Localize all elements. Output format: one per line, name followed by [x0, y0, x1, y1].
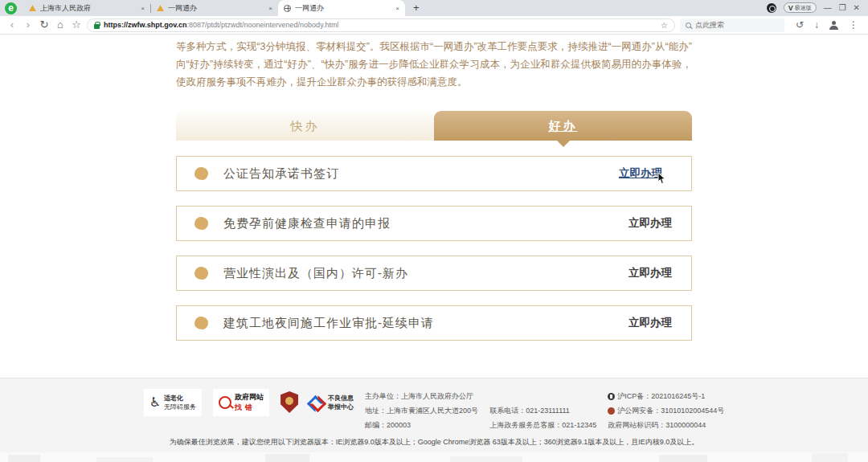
undo-icon[interactable]: ↺ — [796, 20, 804, 30]
footer-registration-column: 沪ICP备：2021016245号-1 沪公网安备：31010102004544… — [608, 389, 724, 432]
footer-org: 主办单位：上海市人民政府办公厅 — [365, 389, 478, 403]
tab-close-icon[interactable]: × — [141, 5, 145, 12]
list-item[interactable]: 公证告知承诺书签订 立即办理 — [176, 156, 692, 191]
browser-tab-bar: e 上海市人民政府 × 一网通办 × 一网通办 × + V 极速版 — ❐ ✕ — [0, 0, 868, 16]
red-magnifier-icon — [219, 396, 231, 409]
bullet-blob-icon — [194, 167, 208, 180]
tab-haoban[interactable]: 好办 — [434, 111, 692, 141]
service-title: 建筑工地夜间施工作业审批-延续申请 — [223, 316, 434, 331]
mouse-cursor-icon — [657, 173, 667, 185]
bullet-blob-icon — [194, 267, 208, 280]
close-button[interactable]: ✕ — [854, 4, 860, 12]
report-line1: 不良信息 — [328, 394, 354, 403]
browser-version-badge[interactable]: V 极速版 — [784, 2, 817, 13]
minimize-button[interactable]: — — [824, 4, 832, 12]
tab-title: 一网通办 — [295, 3, 392, 14]
search-input[interactable] — [695, 21, 768, 29]
report-center-diamond-icon — [309, 395, 324, 410]
download-icon[interactable]: ↓ — [814, 20, 819, 30]
browser-toolbar: ‹ › ↻ ⌂ ☆ https://zwfw.shpt.gov.cn:8087/… — [0, 16, 868, 35]
search-icon — [686, 22, 691, 28]
footer-site-code: 政府网站标识码：3100000044 — [608, 418, 706, 432]
bullet-blob-icon — [194, 217, 208, 230]
footer-hotline: 上海政务服务总客服：021-12345 — [489, 418, 596, 432]
browser-tab-yiwangtongban-active[interactable]: 一网通办 × — [278, 0, 405, 16]
site-error-line1: 政府网站 — [235, 392, 264, 403]
footer-org-column: 主办单位：上海市人民政府办公厅 地址：上海市黄浦区人民大道200号 邮编：200… — [365, 389, 478, 432]
list-item[interactable]: 建筑工地夜间施工作业审批-延续申请 立即办理 — [176, 305, 692, 341]
webpage-viewport: 等多种方式，实现“3分钟填报、零材料提交”。我区根据市“一网通办”改革工作要点要… — [0, 35, 868, 462]
handle-now-link[interactable]: 立即办理 — [619, 166, 662, 181]
service-tabs: 快办 好办 — [176, 111, 692, 141]
menu-more-icon[interactable]: ⋮ — [849, 20, 858, 30]
url-path: :8087/ptdt/ptzwdt/nooneintervened/nobody… — [187, 21, 339, 29]
handle-now-link[interactable]: 立即办理 — [628, 316, 672, 330]
url-host: https://zwfw.shpt.gov.cn — [104, 21, 187, 29]
https-lock-icon — [94, 24, 100, 29]
report-line2: 举报中心 — [328, 403, 354, 411]
gov-site-error-report-logo[interactable]: 政府网站 找错 — [213, 389, 269, 416]
tab-kuaiban-label: 快办 — [291, 119, 320, 133]
gov-shield-badge-icon[interactable] — [280, 391, 298, 413]
browser-search-box[interactable] — [680, 18, 784, 32]
globe-favicon-icon — [284, 5, 291, 12]
intro-paragraph: 等多种方式，实现“3分钟填报、零材料提交”。我区根据市“一网通办”改革工作要点要… — [176, 35, 692, 91]
handle-now-link[interactable]: 立即办理 — [628, 266, 672, 280]
list-item[interactable]: 免费孕前健康检查申请的申报 立即办理 — [176, 206, 692, 241]
footer-police-record[interactable]: 沪公网安备：31010102004544号 — [617, 403, 724, 418]
browser-tab-yiwangtongban-1[interactable]: 一网通办 × — [151, 0, 278, 16]
url-text: https://zwfw.shpt.gov.cn:8087/ptdt/ptzwd… — [104, 21, 338, 29]
address-bar[interactable]: https://zwfw.shpt.gov.cn:8087/ptdt/ptzwd… — [87, 18, 675, 32]
badge-label: 极速版 — [795, 4, 812, 12]
badge-v: V — [788, 4, 793, 12]
handle-now-link[interactable]: 立即办理 — [628, 216, 672, 231]
active-tab-pointer-icon — [556, 140, 571, 147]
service-list: 公证告知承诺书签订 立即办理 免费孕前健康检查申请的申报 立即办理 营业性演出及… — [176, 156, 692, 341]
back-button[interactable]: ‹ — [6, 19, 18, 31]
footer-address: 地址：上海市黄浦区人民大道200号 — [365, 403, 478, 418]
new-tab-button[interactable]: + — [413, 2, 420, 14]
footer-icp[interactable]: 沪ICP备：2021016245号-1 — [617, 389, 705, 403]
list-item[interactable]: 营业性演出及（国内）许可-新办 立即办理 — [176, 256, 692, 291]
accessibility-line1: 适老化 — [164, 394, 196, 403]
home-button[interactable]: ⌂ — [55, 19, 66, 31]
browser-logo-icon[interactable]: e — [5, 2, 17, 14]
page-footer: ♿ 适老化 无障碍服务 政府网站 找错 — [0, 378, 868, 462]
bad-info-report-logo[interactable]: 不良信息 举报中心 — [309, 389, 354, 411]
tab-close-icon[interactable]: × — [268, 5, 272, 12]
tab-title: 上海市人民政府 — [40, 3, 137, 14]
icp-badge-icon — [608, 393, 615, 400]
police-badge-icon — [608, 407, 615, 415]
theme-mode-icon[interactable] — [767, 3, 776, 13]
tab-title: 一网通办 — [168, 3, 265, 14]
browser-tab-shanghai-gov[interactable]: 上海市人民政府 × — [23, 0, 150, 16]
tab-kuaiban[interactable]: 快办 — [176, 111, 434, 141]
city-skyline-watermark — [0, 452, 868, 462]
service-title: 营业性演出及（国内）许可-新办 — [223, 266, 408, 281]
warning-favicon-icon — [157, 5, 164, 11]
site-error-line2: 找错 — [235, 403, 264, 413]
service-title: 免费孕前健康检查申请的申报 — [223, 216, 391, 231]
tab-haoban-label: 好办 — [549, 119, 578, 133]
footer-postcode: 邮编：200003 — [365, 418, 478, 432]
browser-compatibility-note: 为确保最佳浏览效果，建议您使用以下浏览器版本：IE浏览器9.0版本及以上；Goo… — [0, 437, 868, 448]
wheelchair-icon: ♿ — [149, 396, 161, 409]
service-title: 公证告知承诺书签订 — [223, 166, 339, 182]
favorite-star-icon[interactable]: ☆ — [661, 21, 668, 30]
footer-contact-column: 联系电话：021-23111111 上海政务服务总客服：021-12345 — [489, 389, 596, 432]
user-account-icon[interactable] — [829, 21, 838, 30]
forward-button[interactable]: › — [23, 19, 34, 31]
maximize-button[interactable]: ❐ — [839, 4, 846, 12]
bookmark-star-button[interactable]: ☆ — [71, 19, 82, 31]
tab-close-icon[interactable]: × — [395, 5, 399, 12]
accessibility-line2: 无障碍服务 — [164, 403, 196, 411]
warning-favicon-icon — [29, 5, 36, 11]
accessibility-service-logo[interactable]: ♿ 适老化 无障碍服务 — [144, 389, 202, 416]
footer-phone: 联系电话：021-23111111 — [489, 403, 596, 418]
bullet-blob-icon — [194, 317, 208, 329]
refresh-button[interactable]: ↻ — [39, 19, 50, 31]
